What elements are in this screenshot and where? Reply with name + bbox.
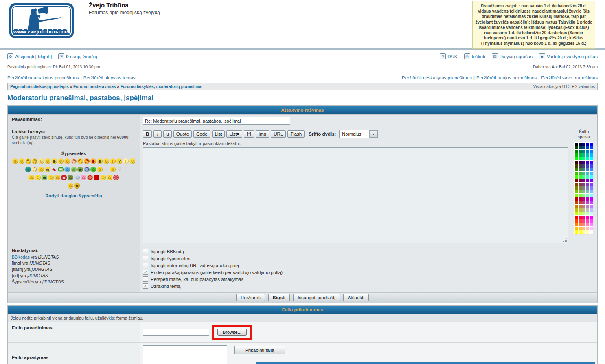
palette-color[interactable] bbox=[575, 175, 578, 179]
palette-color[interactable] bbox=[590, 197, 593, 201]
palette-color[interactable] bbox=[586, 183, 589, 186]
palette-color[interactable] bbox=[579, 205, 582, 208]
palette-color[interactable] bbox=[590, 172, 593, 175]
palette-color[interactable] bbox=[575, 186, 578, 190]
palette-color[interactable] bbox=[590, 183, 593, 186]
smiley-icon[interactable]: ❀ bbox=[51, 167, 57, 172]
palette-color[interactable] bbox=[582, 168, 585, 171]
option-checkbox-row[interactable]: Išjungti automatinį URL adresų apdorojim… bbox=[143, 263, 594, 268]
smiley-icon[interactable]: ☹ bbox=[32, 167, 37, 172]
palette-color[interactable] bbox=[579, 194, 582, 197]
smiley-icon[interactable]: ☻ bbox=[61, 175, 67, 180]
smiley-icon[interactable]: ☺ bbox=[81, 175, 86, 180]
smiley-icon[interactable]: ☹ bbox=[84, 158, 90, 164]
font-size-select[interactable]: Normalus▼ bbox=[339, 130, 378, 138]
bbcode-button-quote[interactable]: Quote bbox=[173, 130, 192, 138]
palette-color[interactable] bbox=[586, 175, 589, 179]
palette-color[interactable] bbox=[579, 172, 582, 175]
palette-color[interactable] bbox=[579, 150, 582, 153]
smiley-icon[interactable]: ☺ bbox=[74, 175, 80, 180]
palette-color[interactable] bbox=[590, 186, 593, 190]
smiley-icon[interactable]: ☟ bbox=[116, 167, 122, 172]
palette-color[interactable] bbox=[575, 223, 578, 226]
file-path-input[interactable] bbox=[143, 329, 209, 336]
palette-color[interactable] bbox=[575, 219, 578, 223]
palette-color[interactable] bbox=[590, 164, 593, 168]
palette-color[interactable] bbox=[579, 223, 582, 226]
palette-color[interactable] bbox=[586, 157, 589, 160]
palette-color[interactable] bbox=[582, 150, 585, 153]
view-unanswered-link[interactable]: Peržiūrėti neatsakytus pranešimus bbox=[7, 75, 79, 80]
breadcrumb-link[interactable]: Forumo moderavimas bbox=[73, 84, 116, 89]
bbcode-button-b[interactable]: B bbox=[143, 130, 152, 138]
browse-button[interactable]: Browse... bbox=[217, 329, 247, 336]
palette-color[interactable] bbox=[582, 197, 585, 201]
palette-color[interactable] bbox=[590, 219, 593, 223]
palette-color[interactable] bbox=[586, 219, 589, 223]
smiley-icon[interactable]: ☺ bbox=[64, 167, 70, 172]
more-smilies-link[interactable]: Rodyti daugiau šypsenėlių bbox=[12, 193, 136, 198]
smiley-icon[interactable]: ☺ bbox=[55, 175, 60, 180]
palette-color[interactable] bbox=[590, 194, 593, 197]
smiley-icon[interactable]: ☺ bbox=[68, 183, 73, 189]
bbcode-button-i[interactable]: i bbox=[153, 130, 162, 138]
checkbox[interactable] bbox=[143, 276, 148, 282]
smiley-icon[interactable]: ☻ bbox=[77, 167, 83, 172]
smiley-icon[interactable]: ☺ bbox=[38, 158, 44, 164]
palette-color[interactable] bbox=[582, 190, 585, 193]
palette-color[interactable] bbox=[590, 212, 593, 215]
palette-color[interactable] bbox=[582, 230, 585, 234]
option-checkbox-row[interactable]: Perspėti mane, kai bus parašytas atsakym… bbox=[143, 276, 594, 282]
palette-color[interactable] bbox=[586, 216, 589, 219]
bbcode-button-url[interactable]: URL bbox=[271, 130, 286, 138]
palette-color[interactable] bbox=[575, 168, 578, 171]
option-checkbox-row[interactable]: ✓Užrakinti temą bbox=[143, 283, 594, 289]
palette-color[interactable] bbox=[586, 172, 589, 175]
palette-color[interactable] bbox=[575, 161, 578, 164]
palette-color[interactable] bbox=[586, 190, 589, 193]
save-draft-button[interactable]: Išsaugoti juodraštį bbox=[293, 294, 340, 301]
smiley-icon[interactable]: ☺ bbox=[48, 175, 54, 180]
palette-color[interactable] bbox=[590, 168, 593, 171]
palette-color[interactable] bbox=[586, 143, 589, 146]
palette-color[interactable] bbox=[582, 194, 585, 197]
palette-color[interactable] bbox=[582, 205, 585, 208]
palette-color[interactable] bbox=[579, 197, 582, 201]
bbcode-button-[interactable]: [*] bbox=[244, 130, 254, 138]
palette-color[interactable] bbox=[575, 157, 578, 160]
smiley-icon[interactable]: ☺ bbox=[58, 158, 64, 164]
smiley-icon[interactable]: ☻ bbox=[90, 158, 96, 164]
view-unread-link[interactable]: Peržiūrėti neskaitytus pranešimus bbox=[402, 75, 472, 80]
palette-color[interactable] bbox=[579, 175, 582, 179]
view-own-link[interactable]: Peržiūrėti savo pranešimus bbox=[541, 75, 598, 80]
palette-color[interactable] bbox=[582, 186, 585, 190]
smiley-icon[interactable]: ☺ bbox=[28, 175, 34, 180]
messages-link[interactable]: ✉ 0 naujų žinučių bbox=[58, 53, 97, 59]
palette-color[interactable] bbox=[582, 179, 585, 182]
view-active-link[interactable]: Peržiūrėti aktyvias temas bbox=[83, 75, 136, 80]
smiley-icon[interactable]: i bbox=[123, 158, 129, 164]
palette-color[interactable] bbox=[590, 223, 593, 226]
smiley-icon[interactable]: ? bbox=[116, 158, 122, 164]
palette-color[interactable] bbox=[586, 227, 589, 230]
breadcrumb-link[interactable]: Forumo taisyklės, moderatorių pranešimai bbox=[121, 84, 203, 89]
smiley-icon[interactable]: ☺ bbox=[107, 175, 112, 180]
palette-color[interactable] bbox=[575, 216, 578, 219]
palette-color[interactable] bbox=[582, 153, 585, 157]
palette-color[interactable] bbox=[590, 230, 593, 234]
palette-color[interactable] bbox=[582, 216, 585, 219]
palette-color[interactable] bbox=[586, 153, 589, 157]
palette-color[interactable] bbox=[575, 197, 578, 201]
palette-color[interactable] bbox=[586, 179, 589, 182]
smiley-icon[interactable]: ☺ bbox=[45, 158, 50, 164]
palette-color[interactable] bbox=[582, 157, 585, 160]
palette-color[interactable] bbox=[575, 172, 578, 175]
palette-color[interactable] bbox=[586, 194, 589, 197]
palette-color[interactable] bbox=[575, 153, 578, 157]
palette-color[interactable] bbox=[582, 227, 585, 230]
smiley-icon[interactable]: ☻ bbox=[74, 183, 80, 189]
palette-color[interactable] bbox=[575, 212, 578, 215]
smiley-icon[interactable]: ☹ bbox=[113, 175, 119, 180]
bbcode-button-img[interactable]: Img bbox=[256, 130, 269, 138]
bbcode-button-u[interactable]: u bbox=[163, 130, 171, 138]
